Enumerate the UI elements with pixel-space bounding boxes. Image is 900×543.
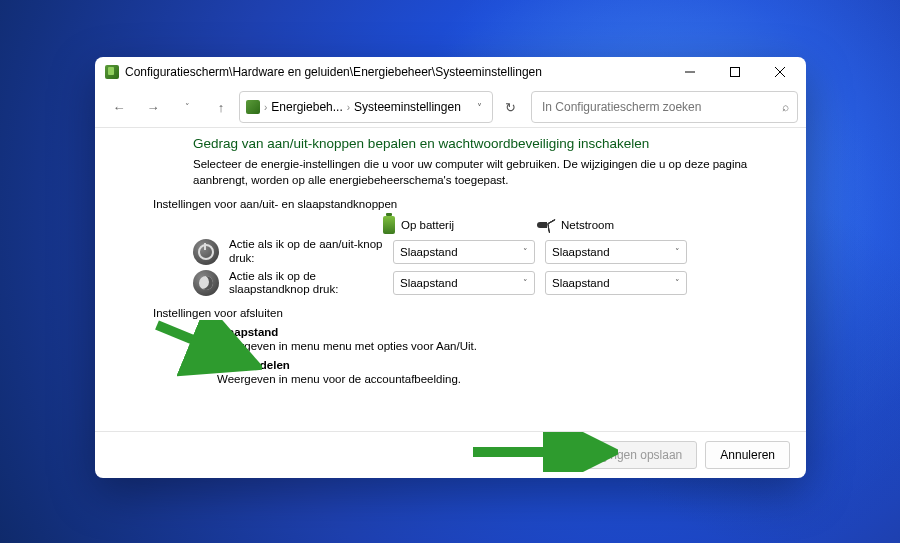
row-label-sleep-button: Actie als ik op de slaapstandknop druk: bbox=[229, 270, 383, 298]
desktop-background: Configuratiescherm\Hardware en geluiden\… bbox=[0, 0, 900, 543]
save-changes-button[interactable]: Wijzigingen opslaan bbox=[561, 441, 698, 469]
chevron-down-icon[interactable]: ˅ bbox=[473, 102, 486, 113]
search-icon: ⌕ bbox=[782, 100, 789, 114]
checkbox-sleep-label: Slaapstand bbox=[217, 326, 278, 338]
sleep-button-battery-dropdown[interactable]: Slaapstand˅ bbox=[393, 271, 535, 295]
power-button-icon bbox=[193, 239, 219, 265]
column-label-plugged: Netstroom bbox=[561, 219, 614, 231]
page-description: Selecteer de energie-instellingen die u … bbox=[193, 157, 768, 188]
power-options-icon bbox=[105, 65, 119, 79]
sleep-button-icon bbox=[193, 270, 219, 296]
breadcrumb-seg-parent[interactable]: Energiebeh... bbox=[271, 100, 342, 114]
column-label-battery: Op batterij bbox=[401, 219, 454, 231]
checkbox-lock-label: Vergrendelen bbox=[217, 359, 290, 371]
checkbox-lock[interactable]: ✓ bbox=[197, 358, 211, 372]
breadcrumb[interactable]: › Energiebeh... › Systeeminstellingen ˅ bbox=[239, 91, 493, 123]
section-button-settings-label: Instellingen voor aan/uit- en slaapstand… bbox=[153, 198, 768, 210]
chevron-down-icon: ˅ bbox=[675, 278, 680, 288]
cancel-button[interactable]: Annuleren bbox=[705, 441, 790, 469]
column-plugged-in: Netstroom bbox=[537, 219, 667, 231]
sleep-button-plugged-dropdown[interactable]: Slaapstand˅ bbox=[545, 271, 687, 295]
power-button-plugged-dropdown[interactable]: Slaapstand˅ bbox=[545, 240, 687, 264]
chevron-down-icon: ˅ bbox=[523, 278, 528, 288]
page-heading: Gedrag van aan/uit-knoppen bepalen en wa… bbox=[193, 136, 768, 151]
column-on-battery: Op batterij bbox=[383, 216, 513, 234]
chevron-down-icon: ˅ bbox=[523, 247, 528, 257]
content-area: Gedrag van aan/uit-knoppen bepalen en wa… bbox=[95, 128, 806, 431]
battery-icon bbox=[383, 216, 395, 234]
maximize-button[interactable] bbox=[712, 57, 757, 87]
forward-button[interactable]: → bbox=[137, 91, 169, 123]
plug-icon bbox=[537, 219, 555, 231]
checkbox-lock-description: Weergeven in menu voor de accountafbeeld… bbox=[217, 373, 768, 385]
breadcrumb-seg-current[interactable]: Systeeminstellingen bbox=[354, 100, 461, 114]
power-options-icon bbox=[246, 100, 260, 114]
back-button[interactable]: ← bbox=[103, 91, 135, 123]
chevron-down-icon: ˅ bbox=[675, 247, 680, 257]
svg-rect-1 bbox=[730, 68, 739, 77]
minimize-button[interactable] bbox=[667, 57, 712, 87]
footer: Wijzigingen opslaan Annuleren bbox=[95, 431, 806, 478]
power-button-battery-dropdown[interactable]: Slaapstand˅ bbox=[393, 240, 535, 264]
search-input[interactable] bbox=[540, 99, 782, 115]
close-button[interactable] bbox=[757, 57, 802, 87]
control-panel-window: Configuratiescherm\Hardware en geluiden\… bbox=[95, 57, 806, 478]
row-label-power-button: Actie als ik op de aan/uit-knop druk: bbox=[229, 238, 383, 266]
up-button[interactable]: ↑ bbox=[205, 91, 237, 123]
chevron-right-icon: › bbox=[347, 102, 350, 113]
search-box[interactable]: ⌕ bbox=[531, 91, 798, 123]
checkbox-sleep[interactable]: ✓ bbox=[197, 325, 211, 339]
nav-bar: ← → ˅ ↑ › Energiebeh... › Systeeminstell… bbox=[95, 87, 806, 128]
section-shutdown-settings-label: Instellingen voor afsluiten bbox=[153, 307, 768, 319]
checkbox-sleep-description: Weergeven in menu menu met opties voor A… bbox=[217, 340, 768, 352]
recent-locations-button[interactable]: ˅ bbox=[171, 91, 203, 123]
titlebar: Configuratiescherm\Hardware en geluiden\… bbox=[95, 57, 806, 87]
window-title: Configuratiescherm\Hardware en geluiden\… bbox=[125, 65, 667, 79]
chevron-right-icon: › bbox=[264, 102, 267, 113]
refresh-button[interactable]: ↻ bbox=[495, 91, 525, 123]
